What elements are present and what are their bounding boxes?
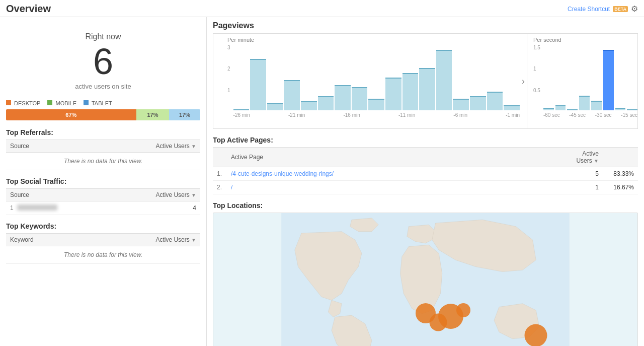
y-label-0.5: 0.5 [533,88,540,93]
x-label-r: -60 sec [543,112,560,118]
settings-icon[interactable]: ⚙ [631,4,638,14]
bar [504,105,520,110]
location-dot-4 [456,303,470,317]
right-panel: Pageviews Per minute 3 2 1 [206,17,644,346]
bar [470,96,486,110]
bar [250,59,266,110]
x-label: -11 min [398,112,415,118]
device-legend: DESKTOP MOBILE TABLET [6,100,200,106]
top-active-pages-section: Top Active Pages: Active Page Active Use… [213,136,638,194]
referrals-source-header: Source [6,140,75,153]
x-label-r: -30 sec [595,112,612,118]
device-bar: 67% 17% 17% [6,109,200,120]
bar [267,103,283,110]
pages-num-header [213,148,227,167]
bar-r [567,109,578,110]
bar-r [615,108,626,110]
row-count: 1 [568,181,603,194]
per-minute-label: Per minute [227,37,520,43]
location-dot-5 [524,324,547,346]
x-label: -16 min [343,112,360,118]
mobile-dot [47,100,52,105]
main-layout: Right now 6 active users on site DESKTOP… [0,17,644,346]
social-row: 1 4 [6,201,200,215]
referrals-users-header: Active Users ▼ [75,140,200,153]
sort-icon-social: ▼ [191,192,196,198]
keywords-no-data-row: There is no data for this view. [6,246,200,264]
bar-r [543,108,554,110]
create-shortcut-link[interactable]: Create Shortcut [568,6,610,13]
pages-users-header: Active Users ▼ [568,148,603,167]
left-panel: Right now 6 active users on site DESKTOP… [0,17,206,346]
bar [436,50,452,110]
table-row: 1. /4-cute-designs-unique-wedding-rings/… [213,167,638,181]
chart-left: Per minute 3 2 1 [213,34,520,128]
top-referrals-table: Source Active Users ▼ There is no data f… [6,140,200,170]
pageviews-chart: Per minute 3 2 1 [213,33,638,129]
x-label: -26 min [233,112,250,118]
chart-divider: › [520,34,527,128]
social-source-cell: 1 [6,201,110,215]
y-label-1.5: 1.5 [533,45,540,50]
bar [318,96,334,110]
sort-icon-pages: ▼ [594,158,599,164]
bar-mobile: 17% [136,109,170,120]
top-referrals-title: Top Referrals: [6,128,200,136]
social-source-header: Source [6,189,110,201]
bar [487,92,503,110]
right-now-box: Right now 6 active users on site [6,22,200,95]
pageviews-title: Pageviews [213,21,638,30]
top-keywords-table: Keyword Active Users ▼ There is no data … [6,233,200,264]
top-social-section: Top Social Traffic: Source Active Users … [6,177,200,215]
x-label: -1 min [506,112,520,118]
bar-r [555,105,566,110]
y-label-1: 1 [227,88,230,93]
keywords-no-data: There is no data for this view. [6,246,200,264]
row-num: 2. [213,181,227,194]
x-label: -6 min [453,112,467,118]
bar [403,73,419,110]
left-bars [233,50,520,110]
bar-r-highlight [603,50,614,110]
bar [385,78,401,110]
beta-badge: BETA [613,6,628,12]
bar-r [591,101,602,110]
bar [368,99,384,110]
top-active-pages-title: Top Active Pages: [213,136,638,144]
page-link[interactable]: / [231,184,232,191]
page-title: Overview [6,3,51,15]
row-count: 5 [568,167,603,181]
header: Overview Create Shortcut BETA ⚙ [0,0,644,17]
legend-mobile: MOBILE [47,100,76,106]
social-row-num: 1 [10,204,14,212]
bar [233,109,250,110]
top-referrals-section: Top Referrals: Source Active Users ▼ The… [6,128,200,170]
bar [284,80,300,110]
right-now-label: Right now [6,32,200,41]
row-pct: 16.67% [603,181,638,194]
x-labels-right: -60 sec -45 sec -30 sec -15 sec [543,112,637,118]
row-page: /4-cute-designs-unique-wedding-rings/ [227,167,568,181]
keywords-keyword-header: Keyword [6,234,83,246]
tablet-label: TABLET [92,100,112,106]
y-label-3: 3 [227,45,230,50]
world-map [213,213,638,346]
top-locations-title: Top Locations: [213,201,638,210]
right-bars [543,50,637,110]
pages-page-header: Active Page [227,148,568,167]
row-pct: 83.33% [603,167,638,181]
per-second-label: Per second [533,37,637,43]
social-users-cell: 4 [110,201,200,215]
header-right: Create Shortcut BETA ⚙ [568,4,638,14]
sort-icon: ▼ [191,144,196,149]
sort-icon-keywords: ▼ [191,237,196,243]
active-users-sublabel: active users on site [6,83,200,90]
bar [352,87,368,110]
referrals-no-data-row: There is no data for this view. [6,153,200,170]
keywords-users-header: Active Users ▼ [83,234,200,246]
page-link[interactable]: /4-cute-designs-unique-wedding-rings/ [231,170,334,177]
desktop-label: DESKTOP [14,100,40,106]
active-user-count: 6 [6,43,200,80]
bar [335,85,351,110]
chart-right: Per second 1.5 1 0.5 [527,34,637,128]
